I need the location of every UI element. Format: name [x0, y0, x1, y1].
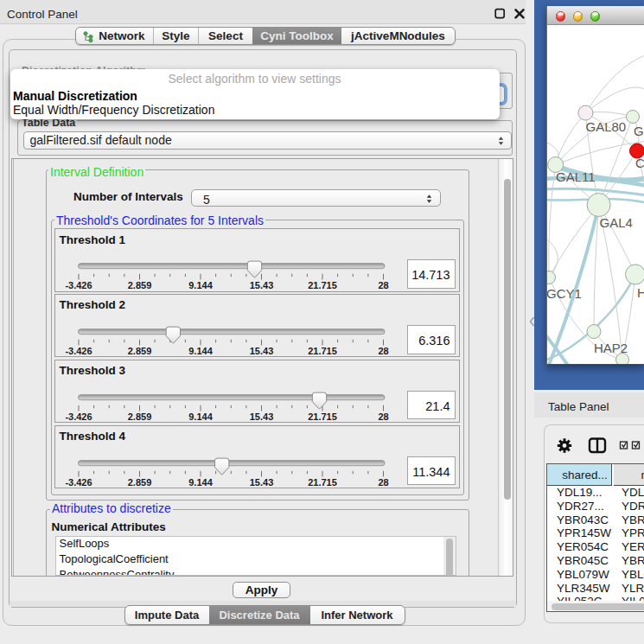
svg-text:H: H [637, 285, 644, 300]
svg-text:GA: GA [634, 124, 644, 138]
svg-text:GCY1: GCY1 [547, 286, 582, 301]
svg-text:GAL4: GAL4 [600, 215, 633, 230]
svg-text:GAL80: GAL80 [586, 119, 627, 134]
svg-text:HAP2: HAP2 [594, 341, 628, 355]
svg-text:GAL11: GAL11 [556, 169, 596, 184]
svg-text:C: C [635, 156, 644, 170]
